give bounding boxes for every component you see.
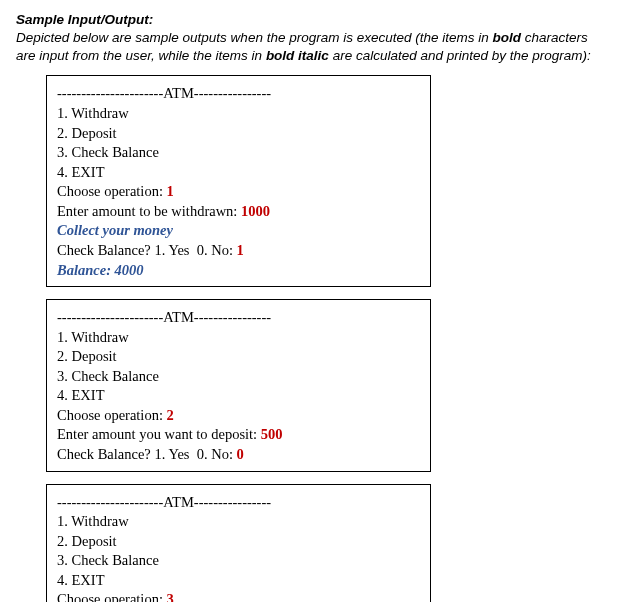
sample-box-3: ----------------------ATM---------------… — [46, 484, 431, 602]
menu-check-balance: 3. Check Balance — [57, 367, 420, 387]
sample-box-2: ----------------------ATM---------------… — [46, 299, 431, 472]
section-heading: Sample Input/Output: — [16, 12, 610, 27]
atm-header: ----------------------ATM---------------… — [57, 308, 420, 328]
menu-exit: 4. EXIT — [57, 386, 420, 406]
choose-op-line: Choose operation: 1 — [57, 182, 420, 202]
withdraw-label: Enter amount to be withdrawn: — [57, 203, 241, 219]
checkbal-input: 0 — [237, 446, 244, 462]
menu-exit: 4. EXIT — [57, 571, 420, 591]
intro-part1: Depicted below are sample outputs when t… — [16, 30, 493, 45]
menu-check-balance: 3. Check Balance — [57, 143, 420, 163]
choose-op-label: Choose operation: — [57, 407, 167, 423]
checkbal-line: Check Balance? 1. Yes 0. No: 0 — [57, 445, 420, 465]
checkbal-line: Check Balance? 1. Yes 0. No: 1 — [57, 241, 420, 261]
choose-op-label: Choose operation: — [57, 183, 167, 199]
menu-exit: 4. EXIT — [57, 163, 420, 183]
checkbal-label: Check Balance? 1. Yes 0. No: — [57, 242, 237, 258]
choose-op-input: 1 — [167, 183, 174, 199]
menu-withdraw: 1. Withdraw — [57, 104, 420, 124]
intro-bold: bold — [493, 30, 522, 45]
deposit-label: Enter amount you want to deposit: — [57, 426, 261, 442]
intro-paragraph: Depicted below are sample outputs when t… — [16, 29, 610, 65]
choose-op-line: Choose operation: 3 — [57, 590, 420, 602]
withdraw-line: Enter amount to be withdrawn: 1000 — [57, 202, 420, 222]
menu-withdraw: 1. Withdraw — [57, 328, 420, 348]
intro-part3: are calculated and printed by the progra… — [329, 48, 591, 63]
deposit-line: Enter amount you want to deposit: 500 — [57, 425, 420, 445]
sample-box-1: ----------------------ATM---------------… — [46, 75, 431, 287]
withdraw-input: 1000 — [241, 203, 270, 219]
choose-op-label: Choose operation: — [57, 591, 167, 602]
menu-deposit: 2. Deposit — [57, 124, 420, 144]
menu-check-balance: 3. Check Balance — [57, 551, 420, 571]
menu-deposit: 2. Deposit — [57, 347, 420, 367]
deposit-input: 500 — [261, 426, 283, 442]
atm-header: ----------------------ATM---------------… — [57, 84, 420, 104]
menu-withdraw: 1. Withdraw — [57, 512, 420, 532]
choose-op-input: 2 — [167, 407, 174, 423]
checkbal-input: 1 — [237, 242, 244, 258]
menu-deposit: 2. Deposit — [57, 532, 420, 552]
intro-bold-italic: bold italic — [266, 48, 329, 63]
choose-op-input: 3 — [167, 591, 174, 602]
checkbal-label: Check Balance? 1. Yes 0. No: — [57, 446, 237, 462]
balance-output: Balance: 4000 — [57, 261, 420, 281]
atm-header: ----------------------ATM---------------… — [57, 493, 420, 513]
collect-money-output: Collect your money — [57, 221, 420, 241]
choose-op-line: Choose operation: 2 — [57, 406, 420, 426]
